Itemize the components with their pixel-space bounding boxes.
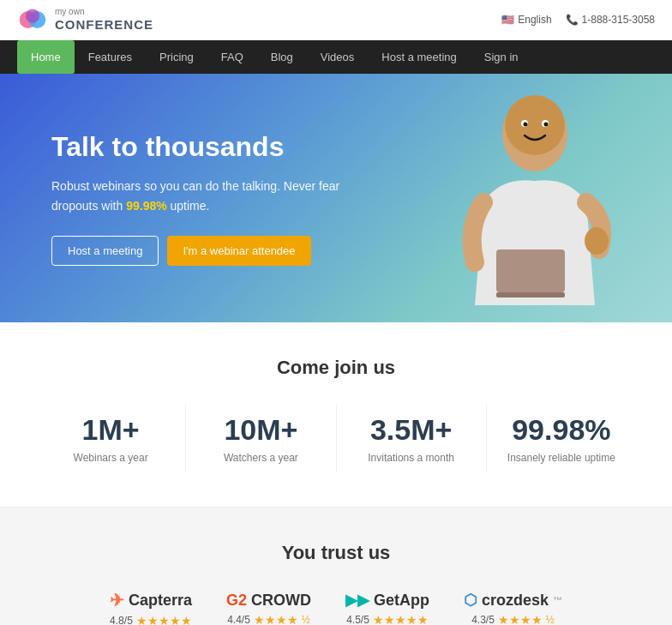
stat-webinars-value: 1M+ xyxy=(53,413,168,447)
language-selector[interactable]: 🇺🇸 English xyxy=(501,14,551,26)
crozdesk-stars: ★★★★ xyxy=(498,613,543,625)
hero-person-image xyxy=(449,82,621,322)
capterra-stars: ★★★★★ xyxy=(136,614,192,625)
stat-watchers: 10M+ Watchers a year xyxy=(186,405,336,472)
stat-invitations-label: Invitations a month xyxy=(354,452,469,464)
stat-uptime-label: Insanely reliable uptime xyxy=(504,452,619,464)
hero-content: Talk to thousands Robust webinars so you… xyxy=(51,130,343,266)
nav-features[interactable]: Features xyxy=(75,40,146,74)
stat-uptime: 99.98% Insanely reliable uptime xyxy=(487,405,636,472)
svg-rect-4 xyxy=(496,249,565,292)
getapp-logo: ▶▶ GetApp 4.5/5 ★★★★★ xyxy=(345,591,429,625)
crozdesk-logo: ⬡ crozdesk™ 4.3/5 ★★★★½ xyxy=(464,591,562,625)
flag-icon: 🇺🇸 xyxy=(501,14,514,26)
nav-videos[interactable]: Videos xyxy=(307,40,369,74)
top-bar: my own CONFERENCE 🇺🇸 English 📞 1-888-315… xyxy=(0,0,672,40)
logo[interactable]: my own CONFERENCE xyxy=(17,7,153,33)
hero-buttons: Host a meeting I'm a webinar attendee xyxy=(51,236,343,266)
svg-point-6 xyxy=(505,95,565,155)
stat-invitations: 3.5M+ Invitations a month xyxy=(337,405,487,472)
attendee-button[interactable]: I'm a webinar attendee xyxy=(167,236,310,266)
svg-point-10 xyxy=(544,123,549,127)
stat-webinars-label: Webinars a year xyxy=(53,452,168,464)
phone-info: 📞 1-888-315-3058 xyxy=(566,14,655,26)
nav-host-meeting[interactable]: Host a meeting xyxy=(368,40,470,74)
getapp-rating: 4.5/5 ★★★★★ xyxy=(345,613,429,625)
top-right: 🇺🇸 English 📞 1-888-315-3058 xyxy=(501,14,655,26)
trust-heading: You trust us xyxy=(17,542,655,564)
g2crowd-half-star: ½ xyxy=(302,614,310,626)
g2crowd-icon: G2 xyxy=(226,592,247,610)
stats-grid: 1M+ Webinars a year 10M+ Watchers a year… xyxy=(36,405,636,472)
person-svg xyxy=(449,82,621,322)
capterra-icon: ✈ xyxy=(110,590,124,610)
nav-pricing[interactable]: Pricing xyxy=(146,40,207,74)
svg-point-2 xyxy=(26,9,39,22)
getapp-stars: ★★★★★ xyxy=(373,613,429,625)
stat-webinars: 1M+ Webinars a year xyxy=(36,405,186,472)
crozdesk-icon: ⬡ xyxy=(464,591,477,610)
logo-icon xyxy=(17,8,48,32)
svg-point-9 xyxy=(524,123,528,127)
hero-headline: Talk to thousands xyxy=(51,130,343,163)
trust-logos: ✈ Capterra 4.8/5 ★★★★★ G2 CROWD 4.4/5 ★★… xyxy=(17,590,655,625)
stats-section: Come join us 1M+ Webinars a year 10M+ Wa… xyxy=(0,322,672,508)
hero-section: Talk to thousands Robust webinars so you… xyxy=(0,74,672,322)
host-meeting-button[interactable]: Host a meeting xyxy=(51,236,159,266)
svg-rect-5 xyxy=(496,292,565,297)
nav-blog[interactable]: Blog xyxy=(257,40,307,74)
main-nav: Home Features Pricing FAQ Blog Videos Ho… xyxy=(0,40,672,74)
capterra-logo: ✈ Capterra 4.8/5 ★★★★★ xyxy=(110,590,192,625)
nav-home[interactable]: Home xyxy=(17,40,75,74)
svg-point-11 xyxy=(585,227,609,255)
hero-body: Robust webinars so you can do the talkin… xyxy=(51,177,343,215)
g2crowd-logo: G2 CROWD 4.4/5 ★★★★½ xyxy=(226,592,311,626)
crozdesk-half-star: ½ xyxy=(546,614,555,625)
nav-faq[interactable]: FAQ xyxy=(207,40,257,74)
getapp-icon: ▶▶ xyxy=(345,591,369,610)
g2crowd-rating: 4.4/5 ★★★★½ xyxy=(226,613,311,626)
stat-uptime-value: 99.98% xyxy=(504,413,619,447)
stat-invitations-value: 3.5M+ xyxy=(354,413,469,447)
stat-watchers-label: Watchers a year xyxy=(203,452,318,464)
trust-section: You trust us ✈ Capterra 4.8/5 ★★★★★ G2 C… xyxy=(0,508,672,625)
g2crowd-stars: ★★★★ xyxy=(254,613,298,626)
uptime-highlight: 99.98% xyxy=(126,199,166,213)
stat-watchers-value: 10M+ xyxy=(203,413,318,447)
capterra-rating: 4.8/5 ★★★★★ xyxy=(110,614,192,625)
nav-sign-in[interactable]: Sign in xyxy=(471,40,532,74)
phone-icon: 📞 xyxy=(566,14,579,26)
logo-text: my own CONFERENCE xyxy=(55,7,153,33)
stats-heading: Come join us xyxy=(17,357,655,379)
crozdesk-rating: 4.3/5 ★★★★½ xyxy=(464,613,562,625)
